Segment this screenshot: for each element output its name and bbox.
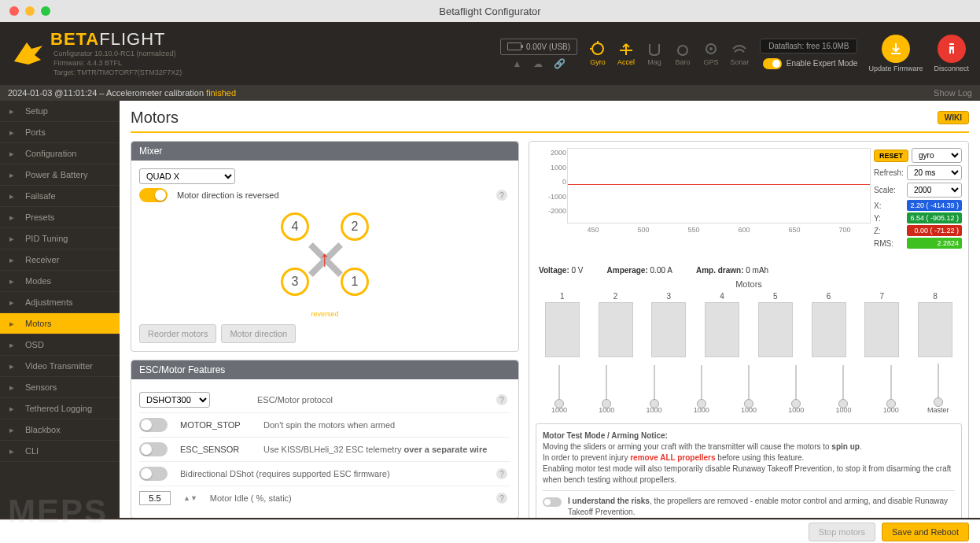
- sidebar-item-failsafe[interactable]: ▸Failsafe: [0, 186, 120, 207]
- sidebar-item-power-battery[interactable]: ▸Power & Battery: [0, 164, 120, 186]
- warning-icons: ▲ ☁ 🔗: [513, 58, 566, 69]
- battery-icon: [507, 42, 521, 50]
- sensor-gps: GPS: [702, 41, 720, 66]
- protocol-select[interactable]: DSHOT300: [139, 392, 210, 408]
- motor-test-notice: Motor Test Mode / Arming Notice: Moving …: [536, 423, 962, 518]
- sidebar-item-cli[interactable]: ▸CLI: [0, 441, 120, 462]
- motor-slider-1[interactable]: [558, 365, 560, 404]
- y-value: 6.54 ( -905.12 ): [907, 212, 962, 223]
- mixer-select[interactable]: QUAD X: [139, 168, 235, 184]
- motor-slider-8[interactable]: [890, 365, 892, 404]
- refresh-select[interactable]: 20 ms: [907, 165, 962, 180]
- expert-mode-toggle[interactable]: Enable Expert Mode: [763, 58, 858, 69]
- x-value: 2.20 ( -414.39 ): [907, 200, 962, 211]
- motor-bar-1: [545, 302, 580, 357]
- motor-direction-button[interactable]: Motor direction: [221, 324, 296, 343]
- svg-point-1: [678, 46, 687, 55]
- warning-icon: ▲: [513, 58, 522, 69]
- reversed-label: reversed: [139, 310, 510, 318]
- sidebar-item-presets[interactable]: ▸Presets: [0, 207, 120, 228]
- firmware-version: Firmware: 4.4.3 BTFL: [53, 59, 182, 68]
- motor-bar-8: [918, 302, 952, 357]
- content-area: Motors WIKI Mixer QUAD X Motor direction…: [120, 101, 980, 518]
- motor-slider-6[interactable]: [795, 365, 797, 404]
- sidebar-item-ports[interactable]: ▸Ports: [0, 122, 120, 143]
- sensor-accel: Accel: [617, 41, 636, 66]
- sensor-sonar: Sonar: [730, 41, 749, 66]
- sensor-mag: Mag: [645, 41, 664, 66]
- master-slider[interactable]: [938, 364, 939, 403]
- sidebar-item-tethered-logging[interactable]: ▸Tethered Logging: [0, 398, 120, 419]
- sidebar-item-pid-tuning[interactable]: ▸PID Tuning: [0, 228, 120, 249]
- sidebar-item-adjustments[interactable]: ▸Adjustments: [0, 292, 120, 313]
- motor-direction-reversed-switch[interactable]: [139, 188, 168, 202]
- sidebar-item-motors[interactable]: ▸Motors: [0, 313, 120, 334]
- help-icon[interactable]: ?: [496, 190, 507, 201]
- sidebar-icon: ▸: [9, 340, 19, 349]
- sidebar-icon: ▸: [9, 446, 19, 456]
- sidebar-item-video-transmitter[interactable]: ▸Video Transmitter: [0, 356, 120, 377]
- motor-sliders: 10001000100010001000100010001000Master: [536, 360, 962, 417]
- dataflash-status[interactable]: Dataflash: free 16.0MB: [760, 39, 857, 54]
- scale-select[interactable]: 2000: [907, 183, 962, 198]
- sidebar-item-blackbox[interactable]: ▸Blackbox: [0, 419, 120, 441]
- telemetry-row: Voltage: 0 V Amperage: 0.00 A Amp. drawn…: [539, 266, 959, 275]
- mixer-header: Mixer: [131, 142, 518, 161]
- bidir-dshot-switch[interactable]: [139, 467, 168, 481]
- motor-bar-3: [651, 302, 686, 357]
- esc-features-header: ESC/Motor Features: [131, 360, 518, 379]
- help-icon[interactable]: ?: [496, 468, 507, 479]
- sidebar-item-setup[interactable]: ▸Setup: [0, 101, 120, 122]
- sidebar-icon: ▸: [9, 106, 19, 116]
- z-value: 0.00 ( -71.22 ): [907, 225, 962, 236]
- sidebar-item-osd[interactable]: ▸OSD: [0, 334, 120, 356]
- save-reboot-button[interactable]: Save and Reboot: [882, 523, 969, 541]
- motor-slider-7[interactable]: [842, 365, 844, 404]
- update-firmware-button[interactable]: Update Firmware: [868, 35, 923, 72]
- sensor-source-select[interactable]: gyro: [912, 148, 962, 163]
- motor-stop-switch[interactable]: [139, 418, 168, 432]
- sidebar-item-configuration[interactable]: ▸Configuration: [0, 143, 120, 164]
- graph-reset-button[interactable]: RESET: [874, 150, 908, 162]
- motor-bar-6: [812, 302, 846, 357]
- window-title: Betaflight Configurator: [0, 6, 980, 17]
- sidebar-icon: ▸: [9, 212, 19, 222]
- wiki-button[interactable]: WIKI: [938, 111, 969, 124]
- help-icon[interactable]: ?: [496, 493, 507, 504]
- page-title: Motors: [131, 109, 179, 127]
- motor-idle-input[interactable]: [139, 491, 171, 505]
- motor-slider-5[interactable]: [748, 365, 750, 404]
- sidebar-item-modes[interactable]: ▸Modes: [0, 271, 120, 292]
- sensor-gyro: Gyro: [588, 41, 607, 66]
- svg-point-0: [592, 43, 603, 54]
- sidebar-icon: ▸: [9, 234, 19, 243]
- sidebar-item-receiver[interactable]: ▸Receiver: [0, 249, 120, 271]
- sidebar-item-sensors[interactable]: ▸Sensors: [0, 377, 120, 398]
- svg-point-3: [709, 47, 713, 50]
- sidebar-icon: ▸: [9, 276, 19, 286]
- motor-bar-5: [758, 302, 793, 357]
- stop-motors-button[interactable]: Stop motors: [809, 523, 875, 541]
- quad-diagram: 4 2 3 1 ↑: [278, 212, 372, 307]
- titlebar: Betaflight Configurator: [0, 0, 980, 22]
- configurator-version: Configurator 10.10.0-RC1 (normalized): [53, 50, 182, 59]
- sidebar-icon: ▸: [9, 255, 19, 264]
- help-icon[interactable]: ?: [496, 394, 507, 405]
- motor-slider-2[interactable]: [606, 365, 607, 404]
- motor-slider-3[interactable]: [654, 365, 655, 404]
- sensor-baro: Baro: [673, 41, 692, 66]
- betaflight-logo-icon: [11, 38, 46, 69]
- link-icon[interactable]: 🔗: [554, 58, 566, 69]
- disconnect-button[interactable]: Disconnect: [934, 35, 969, 72]
- understand-risks-switch[interactable]: [543, 497, 562, 507]
- show-log-button[interactable]: Show Log: [934, 88, 972, 98]
- motor-slider-4[interactable]: [701, 365, 702, 404]
- sensor-graph-panel: 200010000-1000-2000 450500550600650700 R…: [529, 141, 969, 518]
- sidebar-icon: ▸: [9, 127, 19, 137]
- sidebar-icon: ▸: [9, 297, 19, 307]
- esc-features-panel: ESC/Motor Features DSHOT300 ESC/Motor pr…: [131, 360, 519, 518]
- sidebar-icon: ▸: [9, 404, 19, 413]
- footer-bar: Stop motors Save and Reboot: [0, 519, 980, 543]
- esc-sensor-switch[interactable]: [139, 442, 168, 456]
- reorder-motors-button[interactable]: Reorder motors: [139, 324, 216, 343]
